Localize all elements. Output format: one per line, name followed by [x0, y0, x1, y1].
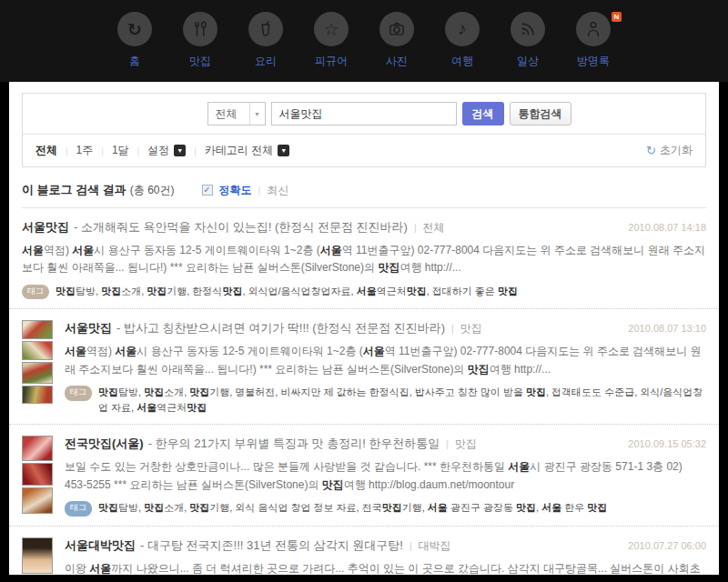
- nav-item-figures[interactable]: ☆ 피규어: [310, 12, 352, 69]
- result-tags-row: 태그 맛집탐방, 맛집소개, 맛집기행, 명불허전, 비싸지만 제 값하는 한정…: [65, 385, 706, 415]
- filter-period-week[interactable]: 1주: [76, 143, 94, 158]
- result-thumbnail[interactable]: [22, 537, 53, 575]
- search-result-item: 서울맛집 - 밥사고 칭찬받으시려면 여기가 딱!!! (한정식 전문점 진진바…: [9, 309, 719, 425]
- search-button[interactable]: 검색: [462, 102, 504, 125]
- cooking-drink-icon: [248, 12, 283, 46]
- separator: [446, 436, 449, 450]
- result-tag-list[interactable]: 맛집탐방, 맛집소개, 맛집기행, 외식 음식업 창업 정보 자료, 전국맛집기…: [98, 500, 607, 516]
- results-header: 이 블로그 검색 결과 (총 60건) 정확도 최신: [22, 182, 706, 208]
- refresh-icon: [646, 144, 656, 157]
- separator: [137, 145, 140, 157]
- nav-item-guestbook[interactable]: 방명록 N: [572, 12, 614, 69]
- tag-badge: 태그: [65, 386, 92, 401]
- separator: [258, 184, 261, 196]
- nav-label: 요리: [255, 54, 277, 69]
- result-title-link[interactable]: 서울맛집: [22, 219, 69, 236]
- result-tag-list[interactable]: 맛집탐방, 맛집소개, 맛집기행, 한정식맛집, 외식업/음식업창업자료, 서울…: [56, 284, 518, 299]
- main-content: 전체 검색 통합검색 전체 1주 1달 설정 카테고리 전체 초기화: [9, 82, 719, 575]
- result-excerpt: 서울역점) 서울시 용산구 동자동 12-5 게이트웨이타워 1~2층 (서울역…: [22, 242, 706, 277]
- results-count: (총 60건): [130, 183, 175, 198]
- result-category[interactable]: 맛집: [455, 436, 477, 452]
- search-input[interactable]: [271, 102, 457, 125]
- separator: [66, 145, 68, 157]
- daily-rss-icon: [511, 12, 545, 46]
- reset-label: 초기화: [660, 143, 693, 158]
- nav-label: 일상: [517, 54, 539, 69]
- results-title: 이 블로그 검색 결과: [22, 182, 126, 198]
- search-result-item: 서울대박맛집 - 대구탕 전국지존!!! 31년 전통의 삼각지 원대구탕! 대…: [9, 527, 719, 575]
- nav-label: 방명록: [577, 54, 610, 69]
- sort-controls: 정확도 최신: [202, 183, 289, 198]
- nav-item-travel[interactable]: ♪ 여행: [441, 12, 483, 69]
- filter-period-month[interactable]: 1달: [112, 143, 129, 158]
- tag-badge: 태그: [22, 285, 49, 300]
- figure-star-icon: ☆: [314, 12, 349, 46]
- result-title-desc[interactable]: - 대구탕 전국지존!!! 31년 전통의 삼각지 원대구탕!: [140, 537, 403, 554]
- result-category[interactable]: 맛집: [460, 321, 482, 336]
- guestbook-person-icon: [576, 12, 611, 46]
- result-excerpt: 서울역점) 서울시 용산구 동자동 12-5 게이트웨이타워 1~2층 (서울역…: [65, 343, 706, 378]
- nav-item-restaurants[interactable]: 맛집: [179, 12, 221, 69]
- tag-badge: 태그: [65, 501, 92, 517]
- result-title-row: 서울맛집 - 소개해줘도 욕안먹을 자신이 있는집! (한정식 전문점 진진바라…: [22, 219, 706, 236]
- nav-item-photos[interactable]: 사진: [376, 12, 418, 69]
- search-box: 전체 검색 통합검색 전체 1주 1달 설정 카테고리 전체 초기화: [22, 93, 706, 167]
- nav-item-home[interactable]: ↻ 홈: [114, 12, 156, 69]
- unified-search-button[interactable]: 통합검색: [510, 102, 571, 125]
- settings-dropdown-arrow-icon[interactable]: [174, 145, 186, 156]
- nav-item-cooking[interactable]: 요리: [245, 12, 287, 69]
- result-title-row: 서울대박맛집 - 대구탕 전국지존!!! 31년 전통의 삼각지 원대구탕! 대…: [65, 537, 706, 554]
- sort-accuracy[interactable]: 정확도: [219, 183, 252, 198]
- filter-row: 전체 1주 1달 설정 카테고리 전체 초기화: [23, 134, 705, 166]
- filter-settings[interactable]: 설정: [147, 143, 169, 158]
- filter-category[interactable]: 카테고리 전체: [205, 143, 273, 158]
- search-result-item: 서울맛집 - 소개해줘도 욕안먹을 자신이 있는집! (한정식 전문점 진진바라…: [9, 208, 719, 309]
- result-category[interactable]: 대박집: [419, 538, 451, 554]
- separator: [194, 145, 197, 157]
- scope-selected-value: 전체: [208, 106, 249, 122]
- chevron-down-icon: [249, 103, 265, 125]
- nav-label: 홈: [129, 54, 140, 69]
- travel-music-note-icon: ♪: [445, 12, 480, 46]
- accuracy-checkbox[interactable]: [202, 185, 213, 196]
- photo-camera-icon: [379, 12, 414, 46]
- search-scope-select[interactable]: 전체: [207, 102, 266, 125]
- sort-latest[interactable]: 최신: [267, 183, 288, 198]
- filter-period-all[interactable]: 전체: [35, 143, 57, 158]
- nav-label: 피규어: [315, 54, 348, 69]
- result-title-link[interactable]: 서울맛집: [65, 320, 112, 336]
- result-date: 2010.08.07 13:10: [617, 323, 706, 334]
- result-tags-row: 태그 맛집탐방, 맛집소개, 맛집기행, 외식 음식업 창업 정보 자료, 전국…: [65, 500, 706, 517]
- result-title-link[interactable]: 서울대박맛집: [65, 537, 136, 554]
- reset-filters-button[interactable]: 초기화: [646, 143, 693, 158]
- search-row: 전체 검색 통합검색: [23, 94, 705, 134]
- result-title-desc[interactable]: - 한우의 21가지 부위별 특징과 맛 총정리! 한우천하통일: [148, 436, 440, 452]
- new-badge: N: [612, 12, 622, 22]
- result-excerpt: 보일 수도 있는 거창한 상호만큼이나... 많은 분들께 사랑받을 것 같습니…: [65, 458, 706, 494]
- nav-label: 맛집: [189, 54, 211, 69]
- nav-label: 사진: [386, 54, 408, 69]
- result-title-row: 서울맛집 - 밥사고 칭찬받으시려면 여기가 딱!!! (한정식 전문점 진진바…: [65, 320, 706, 336]
- restaurant-fork-spoon-icon: [183, 12, 217, 46]
- result-title-desc[interactable]: - 밥사고 칭찬받으시려면 여기가 딱!!! (한정식 전문점 진진바라): [116, 320, 445, 336]
- result-title-row: 전국맛집(서울) - 한우의 21가지 부위별 특징과 맛 총정리! 한우천하통…: [65, 436, 706, 452]
- result-thumbnail[interactable]: [22, 436, 53, 516]
- result-date: 2010.07.27 06:00: [617, 540, 706, 551]
- result-title-link[interactable]: 전국맛집(서울): [65, 436, 144, 452]
- top-navigation: ↻ 홈 맛집 요리 ☆ 피규어: [0, 0, 728, 82]
- separator: [451, 321, 454, 335]
- result-title-desc[interactable]: - 소개해줘도 욕안먹을 자신이 있는집! (한정식 전문점 진진바라): [74, 219, 408, 236]
- result-category[interactable]: 전체: [423, 220, 445, 236]
- nav-item-daily[interactable]: 일상: [507, 12, 549, 69]
- result-excerpt: 이왕 서울까지 나왔으니... 좀 더 럭셔리한 곳으로 가려다... 추억이 …: [65, 560, 706, 575]
- nav-label: 여행: [451, 54, 473, 69]
- separator: [410, 538, 412, 552]
- result-tags-row: 태그 맛집탐방, 맛집소개, 맛집기행, 한정식맛집, 외식업/음식업창업자료,…: [22, 284, 706, 300]
- result-tag-list[interactable]: 맛집탐방, 맛집소개, 맛집기행, 명불허전, 비싸지만 제 값하는 한정식집,…: [98, 385, 706, 415]
- result-date: 2010.08.07 14:18: [617, 222, 706, 233]
- search-result-item: 전국맛집(서울) - 한우의 21가지 부위별 특징과 맛 총정리! 한우천하통…: [9, 425, 719, 526]
- separator: [414, 220, 417, 234]
- category-dropdown-arrow-icon[interactable]: [278, 145, 289, 156]
- result-date: 2010.09.15 05:32: [617, 438, 706, 449]
- result-thumbnail[interactable]: [22, 320, 53, 415]
